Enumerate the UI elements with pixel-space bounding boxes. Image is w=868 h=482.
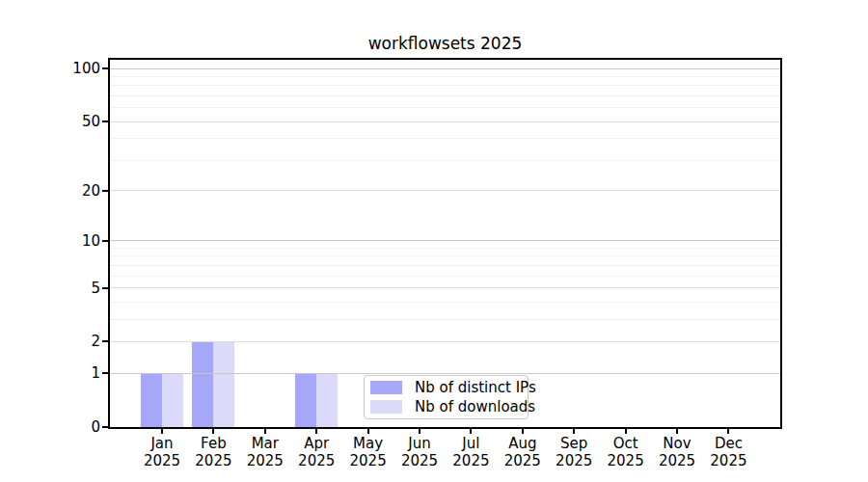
minor-gridline [110, 255, 780, 256]
chart-figure: workflowsets 2025 0125102050100Jan2025Fe… [0, 0, 868, 482]
major-gridline [110, 121, 780, 122]
x-axis-tick [264, 429, 266, 434]
x-axis-tick [367, 429, 369, 434]
minor-gridline [110, 160, 780, 161]
decade-gridline [110, 68, 780, 69]
y-tick-label: 1 [0, 364, 100, 382]
x-axis-tick [212, 429, 214, 434]
x-tick-month: Dec [697, 435, 759, 452]
y-tick-label: 0 [0, 418, 100, 436]
major-gridline [110, 190, 780, 191]
legend-swatch-downloads [370, 400, 402, 414]
x-axis-tick [522, 429, 524, 434]
minor-gridline [110, 302, 780, 303]
x-tick-label: Dec2025 [697, 435, 759, 469]
x-axis-tick [573, 429, 575, 434]
bar-downloads-feb [213, 341, 234, 427]
x-axis-tick [419, 429, 420, 434]
y-axis-tick [102, 67, 109, 69]
x-axis-tick [625, 429, 627, 434]
minor-gridline [110, 95, 780, 96]
minor-gridline [110, 76, 780, 77]
minor-gridline [110, 319, 780, 320]
y-axis-tick [102, 340, 109, 342]
y-tick-label: 10 [0, 232, 100, 250]
bar-downloads-apr [316, 373, 338, 427]
decade-gridline [110, 373, 780, 374]
plot-area [108, 58, 782, 429]
decade-gridline [110, 240, 780, 241]
minor-gridline [110, 138, 780, 139]
y-tick-label: 50 [0, 113, 100, 130]
minor-gridline [110, 265, 780, 266]
y-tick-label: 100 [0, 60, 100, 77]
legend-item-distinct-ips: Nb of distinct IPs [370, 379, 522, 396]
minor-gridline [110, 276, 780, 277]
x-axis-tick [161, 429, 163, 434]
legend-label-downloads: Nb of downloads [415, 398, 535, 415]
minor-gridline [110, 248, 780, 249]
minor-gridline [110, 85, 780, 86]
y-axis-tick [102, 372, 109, 374]
major-gridline [110, 341, 780, 342]
chart-title: workflowsets 2025 [108, 34, 782, 53]
major-gridline [110, 287, 780, 288]
legend-item-downloads: Nb of downloads [370, 398, 522, 415]
minor-gridline [110, 107, 780, 108]
y-tick-label: 5 [0, 280, 100, 297]
y-tick-label: 2 [0, 333, 100, 350]
bar-distinct-ips-apr [295, 373, 316, 427]
y-axis-tick [102, 120, 109, 122]
plot-canvas [110, 60, 780, 427]
y-axis-tick [102, 240, 109, 242]
x-axis-tick [676, 429, 678, 434]
x-tick-year: 2025 [697, 452, 759, 469]
y-axis-tick [102, 287, 109, 289]
legend-label-distinct-ips: Nb of distinct IPs [415, 379, 536, 396]
x-axis-tick [727, 429, 729, 434]
legend: Nb of distinct IPs Nb of downloads [364, 375, 529, 419]
y-tick-label: 20 [0, 182, 100, 200]
bar-distinct-ips-jan [141, 373, 162, 427]
bar-downloads-jan [162, 373, 183, 427]
x-axis-tick [470, 429, 472, 434]
y-axis-tick [102, 190, 109, 192]
y-axis-tick [102, 426, 109, 428]
x-axis-tick [315, 429, 317, 434]
legend-swatch-distinct-ips [370, 381, 402, 394]
bar-distinct-ips-feb [192, 341, 213, 427]
